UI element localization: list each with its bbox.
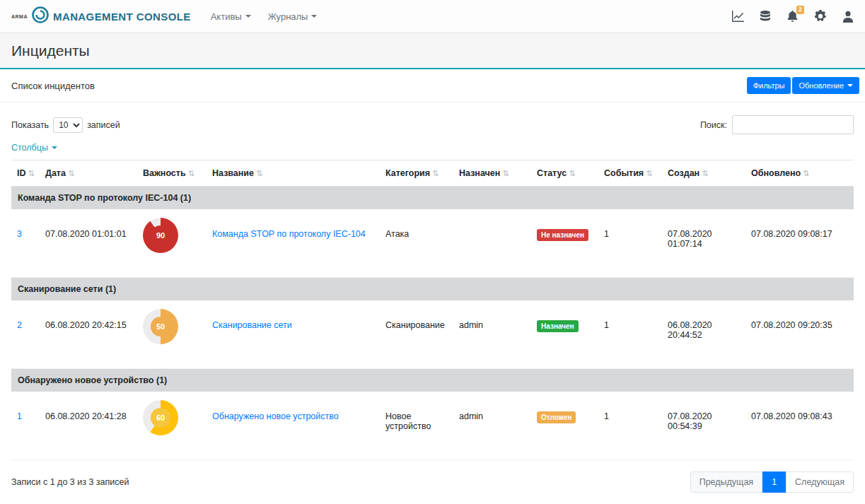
incident-assignee: admin <box>453 301 531 369</box>
sort-icon: ⇅ <box>188 169 195 177</box>
sort-icon: ⇅ <box>646 169 652 177</box>
columns-dropdown-label: Столбцы <box>11 143 48 153</box>
pagination-page-1-button[interactable]: 1 <box>762 471 786 493</box>
page-size-select[interactable]: 10 <box>53 117 83 133</box>
notification-count-badge: 2 <box>796 6 804 14</box>
columns-dropdown[interactable]: Столбцы <box>0 137 69 160</box>
incident-events: 1 <box>598 392 662 460</box>
group-title: Команда STOP по протоколу IEC-104 (1) <box>11 187 854 210</box>
incident-created: 07.08.2020 00:54:39 <box>662 392 745 460</box>
table-footer: Записи с 1 до 3 из 3 записей Предыдущая … <box>0 460 865 504</box>
incident-category: Сканирование <box>380 301 453 369</box>
nav-menu-journals[interactable]: Журналы <box>268 11 318 22</box>
refresh-dropdown-button[interactable]: Обновление <box>792 77 859 94</box>
incident-name-link[interactable]: Сканирование сети <box>212 320 292 330</box>
column-header-label: Дата <box>45 168 66 178</box>
incident-events: 1 <box>598 301 662 369</box>
column-header-label: События <box>604 168 644 178</box>
column-header-label: Создан <box>668 168 699 178</box>
column-header-label: ID <box>17 168 26 178</box>
page-title: Инциденты <box>11 42 854 59</box>
nav-icons: 2 <box>731 10 854 23</box>
pagination-next-button[interactable]: Следующая <box>786 471 854 493</box>
column-header-category[interactable]: Категория⇅ <box>380 160 453 187</box>
column-header-date[interactable]: Дата⇅ <box>40 160 137 187</box>
incident-created: 07.08.2020 01:07:14 <box>662 210 745 278</box>
column-header-status[interactable]: Статус⇅ <box>531 160 598 187</box>
severity-value: 50 <box>151 317 170 336</box>
incident-assignee <box>453 210 531 278</box>
pagination-prev-button[interactable]: Предыдущая <box>690 471 762 493</box>
sort-icon: ⇅ <box>28 169 35 177</box>
nav-menu-journals-label: Журналы <box>268 11 308 22</box>
incident-row: 3 07.08.2020 01:01:01 90 Команда STOP по… <box>11 210 854 278</box>
sort-icon: ⇅ <box>256 169 262 177</box>
chevron-down-icon <box>52 146 57 149</box>
filters-button[interactable]: Фильтры <box>747 77 791 94</box>
column-header-events[interactable]: События⇅ <box>598 160 662 187</box>
show-label: Показать <box>11 120 49 130</box>
nav-menu-assets[interactable]: Активы <box>211 11 251 22</box>
column-header-label: Статус <box>537 168 567 178</box>
arma-logo-text: ARMA <box>11 14 28 19</box>
column-header-label: Важность <box>143 168 186 178</box>
refresh-button-label: Обновление <box>799 81 844 90</box>
panel-header: Список инцидентов Фильтры Обновление <box>0 69 865 102</box>
page-title-bar: Инциденты <box>0 33 865 69</box>
column-header-severity[interactable]: Важность⇅ <box>137 160 207 187</box>
column-header-created[interactable]: Создан⇅ <box>662 160 745 187</box>
gear-icon[interactable] <box>814 10 827 23</box>
records-label: записей <box>87 120 120 130</box>
incident-updated: 07.08.2020 09:08:43 <box>745 392 854 460</box>
incident-assignee: admin <box>453 392 531 460</box>
column-header-name[interactable]: Название⇅ <box>207 160 380 187</box>
charts-icon[interactable] <box>731 11 744 22</box>
column-header-updated[interactable]: Обновлено⇅ <box>745 160 854 187</box>
chevron-down-icon <box>245 15 251 18</box>
pagination: Предыдущая 1 Следующая <box>690 471 854 493</box>
incident-updated: 07.08.2020 09:20:35 <box>745 301 854 369</box>
status-badge: Не назначен <box>537 229 588 241</box>
incident-name-link[interactable]: Команда STOP по протоколу IEC-104 <box>212 229 366 239</box>
sort-icon: ⇅ <box>432 169 439 177</box>
group-header-row: Команда STOP по протоколу IEC-104 (1) <box>11 187 854 210</box>
search-input[interactable] <box>732 115 854 134</box>
nav-menus: Активы Журналы <box>211 11 318 22</box>
column-header-assignee[interactable]: Назначен⇅ <box>453 160 531 187</box>
panel-title: Список инцидентов <box>11 81 95 91</box>
sort-icon: ⇅ <box>702 169 708 177</box>
records-info: Записи с 1 до 3 из 3 записей <box>11 477 129 487</box>
top-navbar: ARMA MANAGEMENT CONSOLE Активы Журналы <box>0 0 865 33</box>
brand-name: MANAGEMENT CONSOLE <box>53 11 191 23</box>
incident-date: 06.08.2020 20:41:28 <box>40 392 137 460</box>
sort-icon: ⇅ <box>502 169 509 177</box>
search-label: Поиск: <box>700 120 727 130</box>
column-header-label: Назначен <box>459 168 500 178</box>
column-header-label: Название <box>212 168 254 178</box>
incident-id-link[interactable]: 3 <box>17 229 22 239</box>
column-header-label: Обновлено <box>751 168 801 178</box>
incident-created: 06.08.2020 20:44:52 <box>662 301 745 369</box>
incident-date: 07.08.2020 01:01:01 <box>40 210 137 278</box>
severity-donut: 60 <box>143 400 178 435</box>
group-header-row: Обнаружено новое устройство (1) <box>11 369 854 392</box>
column-header-id[interactable]: ID⇅ <box>11 160 40 187</box>
user-icon[interactable] <box>842 11 854 23</box>
chevron-down-icon <box>311 15 317 18</box>
incident-category: Атака <box>380 210 453 278</box>
sort-icon: ⇅ <box>569 169 575 177</box>
database-icon[interactable] <box>760 11 771 23</box>
incident-row: 2 06.08.2020 20:42:15 50 Сканирование се… <box>11 301 854 369</box>
severity-donut: 50 <box>143 309 178 344</box>
column-header-label: Категория <box>385 168 430 178</box>
incident-id-link[interactable]: 2 <box>17 320 22 330</box>
arma-logo[interactable]: ARMA MANAGEMENT CONSOLE <box>11 6 191 27</box>
arma-swirl-icon <box>31 6 50 27</box>
severity-value: 60 <box>151 408 170 428</box>
nav-menu-assets-label: Активы <box>211 11 242 22</box>
incident-name-link[interactable]: Обнаружено новое устройство <box>212 411 339 421</box>
status-badge: Отложен <box>537 411 576 423</box>
bell-icon[interactable]: 2 <box>786 10 799 23</box>
incident-id-link[interactable]: 1 <box>17 411 22 421</box>
incident-events: 1 <box>598 210 662 278</box>
